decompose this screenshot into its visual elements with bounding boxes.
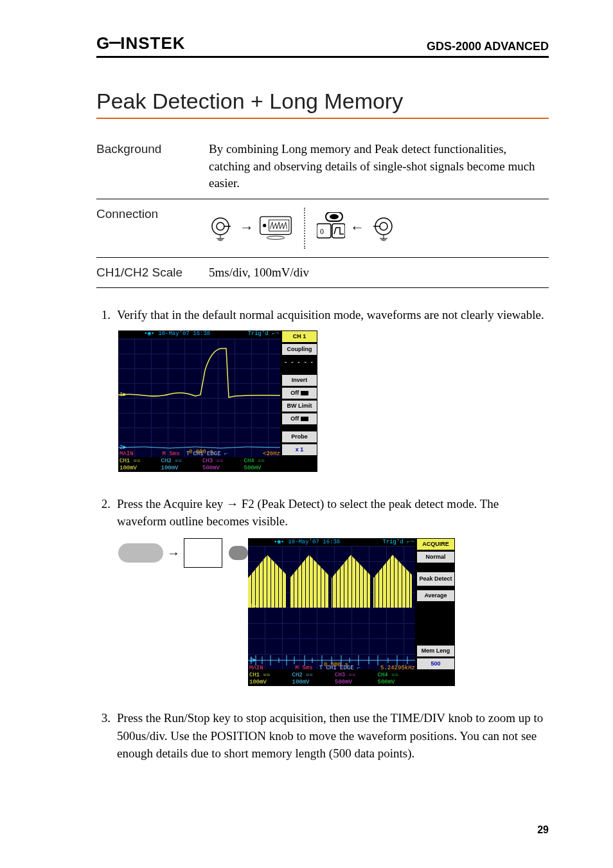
dotted-divider (304, 208, 305, 249)
svg-rect-11 (332, 224, 345, 238)
scope-date: 10-May'07 16:38 (158, 330, 210, 338)
step-text: Verify that in the default normal acquis… (117, 306, 549, 324)
scope-screenshot-1: ▪◉▪ 10-May'07 16:38 Trig'd ⌐¬ 1▶ 2▶ 0.00… (118, 330, 317, 472)
step-text: Press the Acquire key → F2 (Peak Detect)… (117, 495, 549, 530)
menu-title: CH 1 (281, 330, 317, 343)
svg-point-6 (267, 236, 285, 239)
coupling-value: - - - - - (281, 356, 317, 368)
connection-diagram-cell: → 0 (209, 199, 549, 257)
bwlimit-value: Off (281, 413, 317, 425)
menu-title: ACQUIRE (416, 538, 455, 550)
usb-icon: ▪◉▪ (274, 538, 284, 547)
ch1-scale: CH1 == 100mV (120, 458, 156, 472)
screen-softkey-icon (184, 538, 222, 568)
average-button[interactable]: Average (416, 590, 455, 602)
ch2-scale: CH2 == 100mV (161, 458, 198, 472)
svg-rect-9 (317, 224, 331, 238)
bwlimit-button[interactable]: BW Limit (281, 400, 317, 412)
step-number: 3. (96, 709, 117, 763)
function-gen-icon: 0 (317, 212, 345, 244)
frequency: <20Hz (263, 451, 280, 458)
bnc-connector-icon (209, 215, 235, 241)
background-label: Background (96, 134, 209, 199)
ch1-scale: CH1 == 100mV (249, 672, 287, 686)
trig-status: Trig'd ⌐¬ (247, 330, 279, 338)
svg-text:2▶: 2▶ (249, 657, 256, 664)
scale-label: CH1/CH2 Scale (96, 257, 209, 288)
svg-point-13 (380, 222, 387, 230)
ch3-scale: CH3 == 500mV (202, 458, 239, 472)
peak-detect-button[interactable]: Peak Detect (416, 572, 455, 586)
oscilloscope-icon (259, 215, 292, 241)
bnc-connector-icon (369, 215, 395, 241)
step-number: 2. (96, 495, 117, 703)
frequency: 5.24295kHz (380, 665, 415, 672)
section-title: Peak Detection + Long Memory (96, 89, 549, 119)
acquire-key-icon (118, 543, 163, 563)
ch4-scale: CH4 == 500mV (244, 458, 281, 472)
memleng-button[interactable]: Mem Leng (416, 645, 455, 657)
step-text: Press the Run/Stop key to stop acquisiti… (117, 709, 549, 763)
invert-button[interactable]: Invert (281, 374, 317, 386)
normal-button[interactable]: Normal (416, 551, 455, 563)
info-table: Background By combining Long memory and … (96, 134, 549, 288)
probe-value: x 1 (281, 444, 317, 456)
brand-logo: GINSTEK (96, 33, 186, 53)
main-label: MAIN (120, 451, 134, 458)
trig-status: Trig'd ⌐¬ (382, 538, 414, 547)
svg-text:1▶: 1▶ (249, 603, 256, 610)
key-press-diagram: → (118, 538, 222, 568)
step-number: 1. (96, 306, 117, 489)
scope-date: 10-May'07 16:38 (288, 538, 340, 547)
trigger-info: T CH1 EDGE ⌐ (319, 665, 361, 672)
arrow-left-icon: ← (350, 218, 364, 238)
background-text: By combining Long memory and Peak detect… (209, 134, 549, 199)
ch3-scale: CH3 == 500mV (335, 672, 373, 686)
document-title: GDS-2000 ADVANCED (427, 40, 549, 53)
arrow-right-icon: → (167, 544, 180, 563)
svg-point-8 (330, 214, 339, 219)
probe-button[interactable]: Probe (281, 431, 317, 443)
arrow-right-icon: → (240, 218, 254, 238)
scale-value: 5ms/div, 100mV/div (209, 257, 549, 288)
memleng-value: 500 (416, 658, 455, 670)
trigger-info: T CH1 EDGE ⌐ (186, 451, 228, 458)
svg-text:0: 0 (320, 227, 324, 236)
f2-key-icon (229, 546, 248, 560)
timebase: M 5ms (296, 665, 313, 672)
page-header: GINSTEK GDS-2000 ADVANCED (96, 33, 549, 58)
coupling-button[interactable]: Coupling (281, 343, 317, 356)
page-number: 29 (537, 824, 549, 836)
ch4-scale: CH4 == 500mV (378, 672, 416, 686)
connection-label: Connection (96, 199, 209, 257)
ch2-scale: CH2 == 100mV (292, 672, 330, 686)
svg-point-4 (263, 224, 266, 227)
usb-icon: ▪◉▪ (144, 330, 154, 338)
invert-value: Off (281, 387, 317, 399)
main-label: MAIN (249, 665, 263, 672)
scope-screenshot-2: ▪◉▪ 10-May'07 16:38 Trig'd ⌐¬ (248, 538, 455, 686)
svg-point-1 (217, 222, 224, 230)
timebase: M 5ms (163, 451, 180, 458)
